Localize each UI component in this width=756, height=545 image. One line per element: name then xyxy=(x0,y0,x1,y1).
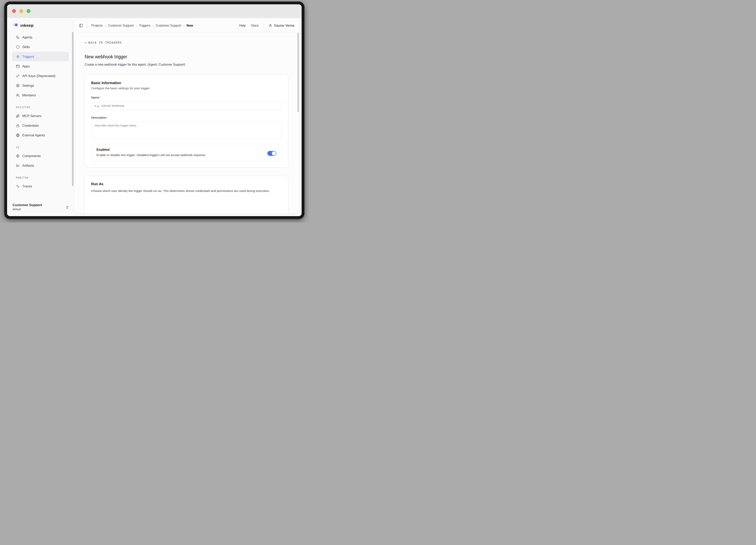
user-name: Gaurav Varma xyxy=(274,24,294,27)
maximize-button[interactable] xyxy=(27,9,31,13)
chevron-right-icon: › xyxy=(153,24,154,27)
toggle-knob xyxy=(272,151,276,155)
sidebar-item-agents[interactable]: Agents xyxy=(12,32,69,42)
chevrons-up-down-icon xyxy=(66,205,69,209)
sidebar-item-triggers[interactable]: Triggers xyxy=(12,52,69,61)
sidebar-item-members[interactable]: Members xyxy=(12,90,69,100)
sidebar-item-label: Agents xyxy=(22,35,32,39)
sidebar-item-api-keys[interactable]: API Keys (Deprecated) xyxy=(12,71,69,81)
sidebar-item-credentials[interactable]: Credentials xyxy=(12,121,69,130)
library-icon xyxy=(16,164,20,167)
main-panel: Projects › Customer Support › Triggers ›… xyxy=(74,19,300,214)
sidebar-item-label: Components xyxy=(22,154,41,158)
sidebar-item-label: Skills xyxy=(22,45,30,49)
back-link-label: BACK TO TRIGGERS xyxy=(88,41,122,44)
sidebar-item-label: Credentials xyxy=(22,124,39,127)
activity-icon xyxy=(16,184,20,188)
sidebar-item-traces[interactable]: Traces xyxy=(12,181,69,191)
back-to-triggers-link[interactable]: ← BACK TO TRIGGERS xyxy=(85,41,122,45)
window-frame: ınkeep Agents Sk xyxy=(4,2,304,219)
breadcrumb-customer-support[interactable]: Customer Support xyxy=(108,24,134,27)
run-as-description: Choose which user identity the trigger s… xyxy=(91,188,282,193)
name-input[interactable] xyxy=(91,101,282,110)
inkeep-logo-icon xyxy=(13,23,19,28)
description-input[interactable] xyxy=(91,121,282,138)
chevron-right-icon: › xyxy=(105,24,106,27)
workflow-icon xyxy=(16,35,20,39)
sidebar-item-artifacts[interactable]: Artifacts xyxy=(12,161,69,170)
users-icon xyxy=(16,93,20,97)
enabled-description: Enable or disable this trigger. Disabled… xyxy=(96,153,261,157)
header-right: Help Docs Gaurav Varma xyxy=(233,23,294,28)
project-switcher-text: Customer Support default xyxy=(13,203,42,211)
gear-icon xyxy=(16,84,20,87)
paperclip-icon xyxy=(16,114,20,118)
sidebar-item-label: External Agents xyxy=(22,133,45,137)
arrow-left-icon: ← xyxy=(85,41,87,45)
user-icon xyxy=(269,24,272,27)
zap-icon xyxy=(16,55,20,58)
sidebar-item-label: Members xyxy=(22,93,36,97)
enabled-text: Enabled Enable or disable this trigger. … xyxy=(96,148,261,157)
lock-icon xyxy=(16,124,20,127)
key-icon xyxy=(16,74,20,78)
logo-text: ınkeep xyxy=(20,23,34,28)
titlebar xyxy=(7,4,302,18)
sidebar-item-label: Settings xyxy=(22,84,34,87)
content-scrollbar[interactable] xyxy=(297,33,299,112)
sidebar-toggle-icon[interactable] xyxy=(79,24,83,28)
sidebar-item-label: MCP Servers xyxy=(22,114,42,118)
minimize-button[interactable] xyxy=(19,9,23,13)
sidebar-section-ui: UI xyxy=(16,146,74,149)
basic-information-card: Basic Information Configure the basic se… xyxy=(85,75,288,167)
page-subtitle: Create a new webhook trigger for this ag… xyxy=(85,63,288,66)
sidebar-item-label: API Keys (Deprecated) xyxy=(22,74,56,78)
project-name: Customer Support xyxy=(13,203,42,207)
sidebar-nav: Agents Skills Triggers xyxy=(7,32,74,192)
desktop-background: ınkeep Agents Sk xyxy=(0,0,309,222)
header-divider xyxy=(87,23,87,28)
sidebar-item-label: Artifacts xyxy=(22,164,34,167)
sidebar-item-label: Triggers xyxy=(22,55,34,58)
sidebar-item-skills[interactable]: Skills xyxy=(12,42,69,52)
breadcrumb-new[interactable]: New xyxy=(187,24,193,27)
page-content: ← BACK TO TRIGGERS New webhook trigger C… xyxy=(74,32,299,214)
project-switcher[interactable]: Customer Support default xyxy=(7,201,69,213)
page-title: New webhook trigger xyxy=(85,54,288,59)
basic-information-title: Basic Information xyxy=(91,81,282,85)
sidebar-item-components[interactable]: Components xyxy=(12,151,69,160)
sidebar-item-label: Apps xyxy=(22,64,30,68)
help-link[interactable]: Help xyxy=(239,24,246,27)
name-label: Name* xyxy=(91,96,282,99)
docs-link[interactable]: Docs xyxy=(251,24,258,27)
logo[interactable]: ınkeep xyxy=(7,18,74,32)
enabled-setting: Enabled Enable or disable this trigger. … xyxy=(91,144,282,161)
run-as-card: Run As Choose which user identity the tr… xyxy=(85,176,288,214)
run-as-clipped-area xyxy=(91,193,282,214)
window-controls xyxy=(12,9,31,13)
breadcrumb-triggers[interactable]: Triggers xyxy=(139,24,150,27)
sidebar-item-label: Traces xyxy=(22,184,32,188)
chevron-right-icon: › xyxy=(136,24,137,27)
sidebar-item-mcp-servers[interactable]: MCP Servers xyxy=(12,111,69,121)
required-asterisk: * xyxy=(100,96,101,99)
component-icon xyxy=(16,154,20,158)
project-variant: default xyxy=(13,207,42,211)
app-window: ınkeep Agents Sk xyxy=(7,4,302,216)
chevron-right-icon: › xyxy=(183,24,184,27)
sidebar-item-apps[interactable]: Apps xyxy=(12,61,69,71)
sidebar: ınkeep Agents Sk xyxy=(7,18,74,216)
close-button[interactable] xyxy=(12,9,16,13)
sidebar-item-external-agents[interactable]: External Agents xyxy=(12,130,69,140)
description-label: Description xyxy=(91,116,282,119)
sidebar-item-settings[interactable]: Settings xyxy=(12,81,69,90)
user-menu[interactable]: Gaurav Varma xyxy=(269,24,294,27)
breadcrumb: Projects › Customer Support › Triggers ›… xyxy=(91,24,193,27)
enabled-toggle[interactable] xyxy=(267,151,276,156)
breadcrumb-projects[interactable]: Projects xyxy=(91,24,103,27)
sidebar-section-register: REGISTER xyxy=(16,106,74,109)
app-window-icon xyxy=(16,64,20,68)
sidebar-section-monitor: MONITOR xyxy=(16,176,74,179)
breadcrumb-agent[interactable]: Customer Support xyxy=(156,24,181,27)
sidebar-scrollbar[interactable] xyxy=(72,32,73,186)
